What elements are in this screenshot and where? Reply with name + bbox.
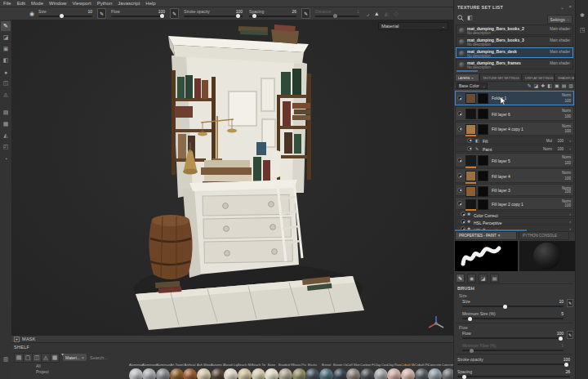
particles-icon[interactable]: ◉	[467, 274, 476, 283]
layer-row[interactable]: Fill layer 2 copy 1 Norm 100	[455, 197, 574, 210]
stroke-opacity-slider[interactable]: Stroke opacity 100	[457, 357, 570, 367]
material-sphere[interactable]	[211, 368, 225, 379]
brush-properties-icon[interactable]: ✎	[456, 274, 465, 283]
flow-pressure-toggle[interactable]: ✎	[170, 8, 179, 19]
tab-texture-set-settings[interactable]: TEXTURE SET SETTINGS	[479, 74, 522, 82]
material-sphere[interactable]	[305, 368, 319, 379]
layer-sub-row-fill[interactable]: ◧ Fill Mul 100 ›	[455, 136, 574, 144]
material-item[interactable]: Basalt Light	[224, 363, 238, 379]
stencil-tool[interactable]: ▦	[1, 119, 11, 129]
material-item[interactable]: Clay Court	[374, 363, 388, 379]
close-icon[interactable]: ×	[568, 4, 572, 9]
material-item[interactable]: Cobalt Pure	[415, 363, 429, 379]
stroke-opacity-slider[interactable]: Stroke opacity 100	[182, 9, 244, 19]
menu-help[interactable]: Help	[145, 1, 155, 6]
material-sphere[interactable]	[238, 368, 252, 379]
flow-slider[interactable]: Flow 100	[462, 331, 564, 341]
material-sphere[interactable]	[360, 368, 374, 379]
visibility-icon[interactable]	[461, 219, 466, 224]
stencil-icon[interactable]: ◪	[479, 274, 488, 283]
eraser-tool[interactable]: ◪	[1, 33, 11, 42]
visibility-icon[interactable]	[467, 138, 472, 143]
layer-row[interactable]: Fill layer 5 Norm 100	[455, 153, 574, 167]
material-item[interactable]: Braided Ro	[278, 363, 292, 379]
effect-row[interactable]: ✱ Color Correct ›	[455, 211, 574, 217]
material-item[interactable]: Calf Skin	[346, 363, 360, 379]
material-sphere[interactable]	[333, 368, 347, 379]
visibility-icon[interactable]	[457, 111, 462, 116]
material-sphere[interactable]	[415, 368, 429, 379]
material-item[interactable]: Autumn Leaf	[211, 363, 225, 379]
symmetry-icon[interactable]: ▲	[374, 11, 380, 16]
layer-row[interactable]: Fill layer 4 Norm 100	[455, 168, 574, 183]
visibility-icon[interactable]	[467, 146, 472, 151]
material-item[interactable]: Artificial	[183, 363, 197, 379]
filter-icon[interactable]: ◧	[467, 15, 473, 21]
menu-window[interactable]: Window	[49, 1, 66, 6]
mask-thumbnail[interactable]	[478, 93, 488, 104]
material-sphere[interactable]	[292, 368, 306, 379]
size-pressure-toggle[interactable]: ✎	[97, 8, 106, 19]
plugin-panel-icon[interactable]: ◳	[578, 26, 586, 34]
channel-dropdown[interactable]: Base Color ⌄	[457, 82, 488, 89]
spacing-pressure-toggle[interactable]: ✎	[301, 8, 310, 19]
tab-display-settings[interactable]: DISPLAY SETTINGS	[522, 74, 555, 82]
settings-tool[interactable]: ◔	[1, 154, 11, 163]
layer-row[interactable]: Fill layer 3 Norm 100	[455, 184, 574, 196]
flow-pressure-toggle[interactable]: ✎	[567, 331, 573, 339]
menu-javascript[interactable]: Javascript	[118, 1, 140, 6]
add-smart-material-icon[interactable]: ▣	[555, 82, 559, 88]
settings-button[interactable]: Settings ⌄	[547, 15, 572, 24]
material-item[interactable]: Ash Wood	[197, 363, 211, 379]
material-sphere[interactable]	[387, 368, 401, 379]
close-icon[interactable]: ×	[498, 234, 501, 238]
search-input[interactable]: Search...	[90, 355, 108, 360]
texture-set-row[interactable]: mat_dumping_Bers_frames Main shader No d…	[456, 59, 573, 69]
tab-properties-paint[interactable]: PROPERTIES - PAINT ×	[455, 231, 517, 240]
material-item[interactable]: Concrete D	[442, 363, 453, 379]
tab-layers[interactable]: LAYERS ×	[455, 74, 479, 82]
material-item[interactable]: Bone	[265, 363, 278, 379]
material-item[interactable]: Beach Towel	[252, 363, 265, 379]
material-item[interactable]: Aluminium	[156, 363, 170, 379]
size-slider[interactable]: Size 10	[37, 9, 94, 19]
materials-filter-chip[interactable]: Materi... ×	[63, 354, 87, 361]
menu-mode[interactable]: Mode	[31, 1, 43, 6]
viewport-3d[interactable]: Material ⌄	[11, 20, 453, 335]
material-sphere[interactable]	[252, 368, 265, 379]
delete-layer-icon[interactable]: ▥	[568, 82, 573, 88]
collapse-icon[interactable]: ⌄	[560, 4, 564, 10]
material-item[interactable]: Carbon Fib	[360, 363, 374, 379]
layer-row-folder[interactable]: Folder 1 Norm 100	[455, 91, 574, 105]
close-icon[interactable]: ×	[471, 76, 473, 80]
gear-icon[interactable]: ✱	[578, 11, 586, 20]
grid-view-icon[interactable]: ▦	[50, 353, 60, 363]
symmetry-tool[interactable]: ◭	[1, 131, 11, 140]
mask-bar[interactable]: + MASK	[11, 335, 453, 343]
material-sphere[interactable]	[428, 368, 442, 379]
menu-viewport[interactable]: Viewport	[72, 1, 91, 6]
spacing-slider[interactable]: Spacing 26	[457, 369, 570, 379]
search-icon[interactable]	[457, 15, 464, 21]
texture-set-row-selected[interactable]: mat_dumping_Bers_desk Main shader No des…	[456, 47, 573, 58]
tab-python-console[interactable]: PYTHON CONSOLE	[519, 231, 569, 240]
material-item[interactable]: Concrete A	[428, 363, 442, 379]
menu-file[interactable]: File	[3, 1, 11, 6]
minimum-size-slider[interactable]: Minimum Size (%) 5	[462, 311, 564, 321]
shading-mode-dropdown[interactable]: Material ⌄	[378, 22, 448, 30]
mask-thumbnail[interactable]	[478, 109, 488, 119]
material-item[interactable]: Aluminium	[129, 363, 143, 379]
visibility-icon[interactable]	[457, 127, 462, 132]
horizontal-scrollbar[interactable]	[457, 70, 478, 72]
material-sphere[interactable]	[319, 368, 333, 379]
mask-thumbnail[interactable]	[478, 199, 488, 210]
polygon-fill-tool[interactable]: ◧	[1, 56, 11, 65]
layer-sub-row-paint[interactable]: ✎ Paint Norm 100 ›	[455, 145, 574, 152]
material-sphere[interactable]	[129, 368, 143, 379]
material-sphere[interactable]	[346, 368, 360, 379]
layer-row[interactable]: Fill layer 4 copy 1 Norm 100	[455, 122, 574, 136]
model-3d-secretary-desk[interactable]	[11, 20, 453, 335]
material-sphere[interactable]	[170, 368, 184, 379]
layer-thumbnail[interactable]	[466, 93, 476, 104]
category-all[interactable]: All	[36, 363, 41, 368]
